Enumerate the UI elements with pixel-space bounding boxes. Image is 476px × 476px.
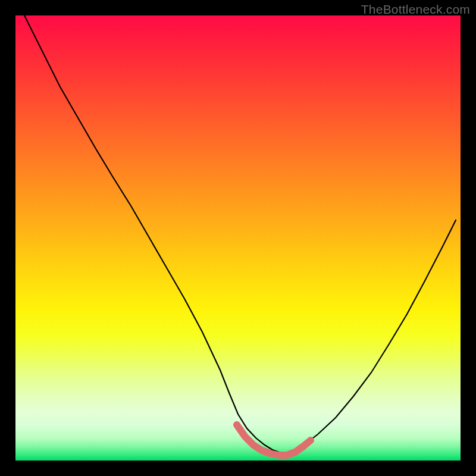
chart-frame: TheBottleneck.com: [0, 0, 476, 476]
watermark-text: TheBottleneck.com: [361, 2, 470, 17]
plot-area: [15, 15, 461, 461]
bottleneck-curve: [24, 15, 456, 454]
bottleneck-chart: [15, 15, 461, 461]
